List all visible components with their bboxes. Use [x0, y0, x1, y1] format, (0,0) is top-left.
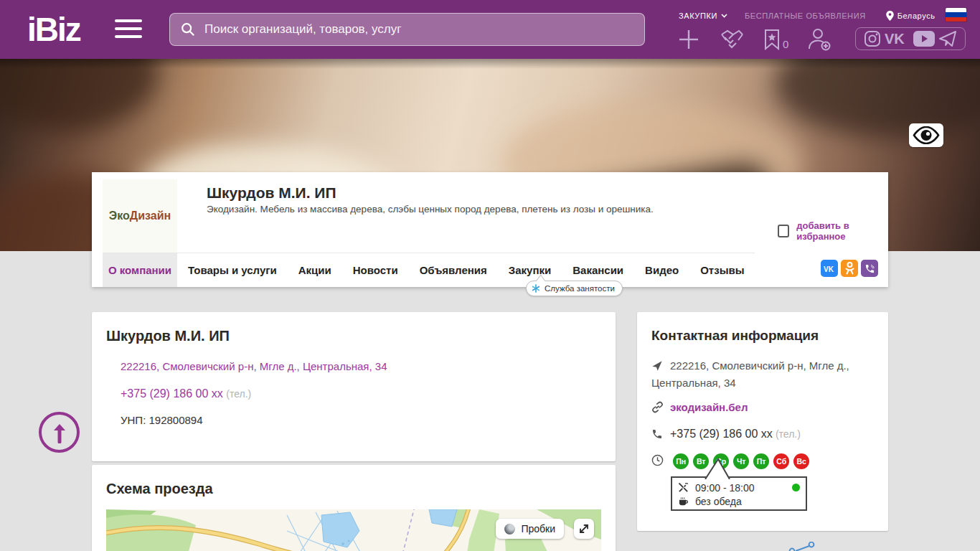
favorite-label: добавить в избранное	[796, 220, 888, 242]
arrow-up-icon	[52, 422, 67, 443]
about-address-link[interactable]: 222216, Смолевичский р-н, Мгле д., Центр…	[121, 360, 387, 372]
contact-card: Контактная информация 222216, Смолевичск…	[637, 312, 888, 531]
header: iBiz ЗАКУПКИ БЕСПЛАТНЫЕ ОБЪЯВЛЕНИЯ Белар…	[0, 0, 980, 59]
traffic-light-icon	[504, 524, 515, 534]
traffic-button[interactable]: Пробки	[496, 519, 564, 539]
contact-website-row: экодизайн.бел	[651, 400, 874, 417]
contact-title: Контактная информация	[651, 328, 874, 344]
chevron-down-icon	[721, 14, 727, 18]
map-canvas[interactable]: Пробки	[106, 509, 601, 551]
vk-button[interactable]: VK	[821, 260, 838, 277]
tab-news[interactable]: Новости	[342, 253, 409, 287]
tab-reviews[interactable]: Отзывы	[689, 253, 755, 287]
tab-video[interactable]: Видео	[634, 253, 689, 287]
share-icon	[786, 542, 816, 551]
employment-service-label: Служба занятости	[545, 284, 615, 293]
expand-icon	[578, 523, 590, 534]
company-social-buttons: VK	[821, 260, 878, 277]
about-phone-link[interactable]: +375 (29) 186 00 xx	[121, 387, 223, 400]
coffee-cup-icon	[678, 496, 689, 507]
company-description: Экодизайн. Мебель из массива дерева, слэ…	[207, 204, 687, 215]
svg-text:VK: VK	[824, 265, 834, 273]
company-logo: ЭкоДизайн	[103, 179, 177, 253]
company-tabs: О компании Товары и услуги Акции Новости…	[103, 253, 755, 287]
open-now-indicator	[792, 484, 800, 491]
contact-address: 222216, Смолевичский р-н, Мгле д., Центр…	[651, 359, 849, 389]
contact-schedule-row: Пн Вт Ср Чт Пт Сб Вс	[651, 453, 874, 470]
about-title: Шкурдов М.И. ИП	[106, 328, 601, 344]
company-logo-design: Дизайн	[130, 209, 171, 222]
company-logo-eco: Эко	[109, 209, 130, 222]
tab-ads[interactable]: Объявления	[409, 253, 498, 287]
day-badge-sun[interactable]: Вс	[793, 453, 809, 469]
contact-phone-row: +375 (29) 186 00 xx (тел.)	[651, 426, 874, 443]
page: iBiz ЗАКУПКИ БЕСПЛАТНЫЕ ОБЪЯВЛЕНИЯ Белар…	[0, 0, 980, 551]
eye-icon	[913, 126, 940, 144]
working-hours-popup: 09:00 - 18:00 без обеда	[671, 476, 807, 511]
add-to-favorites[interactable]: добавить в избранное	[778, 220, 888, 242]
map-card: Схема проезда	[92, 465, 616, 551]
header-top-links: ЗАКУПКИ БЕСПЛАТНЫЕ ОБЪЯВЛЕНИЯ Беларусь	[679, 10, 966, 22]
search-input[interactable]	[204, 22, 634, 37]
menu-icon[interactable]	[115, 19, 142, 41]
favorites-bookmark-icon[interactable]: 0	[763, 29, 788, 50]
search-bar	[169, 13, 645, 46]
employment-service-tooltip: Служба занятости	[526, 281, 623, 296]
about-card: Шкурдов М.И. ИП 222216, Смолевичский р-н…	[92, 312, 616, 461]
phone-icon	[651, 428, 670, 443]
favorites-count: 0	[783, 38, 788, 50]
search-icon	[180, 22, 196, 37]
accessibility-eye-button[interactable]	[909, 123, 943, 147]
free-ads-link[interactable]: БЕСПЛАТНЫЕ ОБЪЯВЛЕНИЯ	[745, 11, 866, 20]
odnoklassniki-button[interactable]	[841, 260, 858, 277]
about-phone-note: (тел.)	[226, 388, 251, 400]
company-card: ЭкоДизайн Шкурдов М.И. ИП Экодизайн. Меб…	[92, 172, 888, 287]
location-pin-icon	[886, 11, 894, 21]
favorite-checkbox[interactable]	[778, 225, 789, 237]
working-hours: 09:00 - 18:00	[695, 482, 755, 494]
scroll-to-top-button[interactable]	[39, 412, 80, 453]
contact-address-row: 222216, Смолевичский р-н, Мгле д., Центр…	[651, 358, 874, 390]
zakupki-menu[interactable]: ЗАКУПКИ	[679, 11, 727, 20]
svg-text:VK: VK	[885, 31, 905, 47]
popup-tail	[701, 458, 744, 479]
tab-products[interactable]: Товары и услуги	[177, 253, 288, 287]
country-select[interactable]: Беларусь	[886, 11, 936, 21]
ibiz-logo[interactable]: iBiz	[27, 10, 80, 49]
youtube-icon[interactable]	[913, 31, 935, 47]
contact-phone[interactable]: +375 (29) 186 00 xx	[670, 428, 773, 440]
vk-icon[interactable]: VK	[885, 31, 909, 47]
viber-button[interactable]	[861, 260, 878, 277]
link-icon	[651, 401, 670, 417]
add-plus-icon[interactable]	[677, 28, 700, 51]
tools-icon	[678, 482, 689, 493]
lunch-note: без обеда	[695, 496, 742, 507]
register-user-icon[interactable]	[807, 28, 831, 51]
tab-promotions[interactable]: Акции	[288, 253, 342, 287]
contact-phone-note: (тел.)	[776, 428, 801, 440]
map-fullscreen-button[interactable]	[574, 519, 594, 539]
contact-website-link[interactable]: экодизайн.бел	[670, 401, 748, 413]
language-flag-russian[interactable]	[946, 8, 966, 22]
telegram-icon[interactable]	[938, 30, 957, 47]
employment-service-icon	[532, 284, 540, 293]
header-action-icons: 0	[677, 26, 831, 53]
header-social-box: VK	[855, 27, 966, 50]
instagram-icon[interactable]	[864, 30, 881, 47]
about-unp: УНП: 192800894	[121, 414, 601, 426]
day-badge-mon[interactable]: Пн	[673, 453, 689, 469]
clock-icon	[651, 454, 670, 470]
company-name: Шкурдов М.И. ИП	[207, 184, 336, 202]
map-title: Схема проезда	[106, 481, 601, 497]
day-badge-fri[interactable]: Пт	[753, 453, 769, 469]
tab-about[interactable]: О компании	[103, 253, 177, 287]
navigation-arrow-icon	[651, 360, 670, 375]
day-badge-sat[interactable]: Сб	[773, 453, 789, 469]
handshake-icon[interactable]	[719, 29, 745, 50]
traffic-label: Пробки	[521, 523, 555, 534]
